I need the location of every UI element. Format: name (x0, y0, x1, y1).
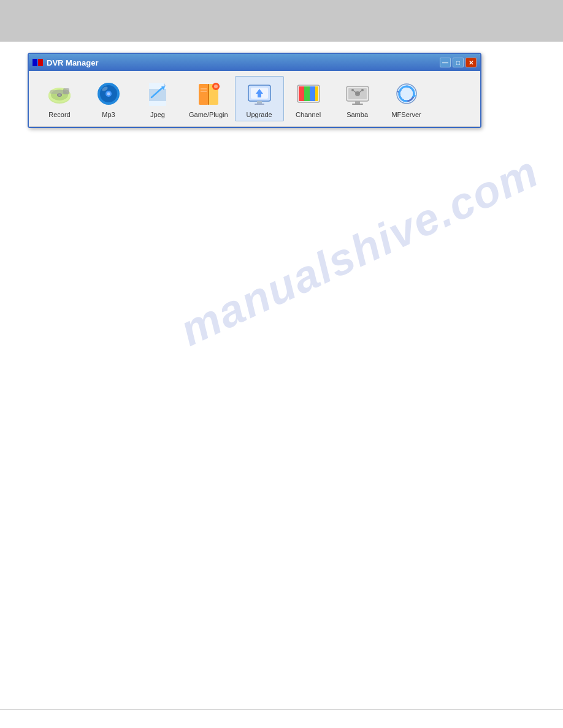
svg-rect-33 (255, 104, 264, 105)
svg-point-23 (214, 85, 218, 88)
dvr-logo-icon (33, 58, 44, 67)
svg-rect-35 (299, 86, 304, 101)
upgrade-label: Upgrade (246, 111, 272, 118)
svg-rect-32 (257, 101, 262, 104)
svg-rect-36 (304, 86, 310, 101)
toolbar-item-mp3[interactable]: Mp3 (84, 76, 133, 121)
svg-point-47 (361, 89, 364, 91)
svg-point-10 (107, 93, 110, 96)
top-bar (0, 0, 563, 42)
svg-rect-41 (355, 101, 360, 104)
svg-marker-13 (164, 83, 166, 86)
logo-red-block (38, 59, 43, 66)
content-area: DVR Manager — □ ✕ (0, 42, 563, 139)
toolbar-item-upgrade[interactable]: Upgrade (235, 76, 284, 121)
gameplugin-label: Game/Plugin (189, 111, 228, 118)
svg-point-46 (351, 89, 354, 91)
mp3-icon (94, 79, 123, 108)
svg-rect-42 (352, 104, 363, 105)
svg-rect-37 (310, 86, 315, 101)
channel-label: Channel (296, 111, 321, 118)
toolbar-item-record[interactable]: Record (35, 76, 84, 121)
maximize-button[interactable]: □ (453, 58, 464, 67)
jpeg-label: Jpeg (150, 111, 165, 118)
record-label: Record (48, 111, 70, 118)
watermark: manualshive.com (172, 146, 546, 355)
close-button[interactable]: ✕ (465, 58, 477, 67)
window-title: DVR Manager (47, 58, 99, 67)
svg-rect-14 (149, 89, 166, 101)
dvr-manager-window: DVR Manager — □ ✕ (28, 53, 481, 128)
mfserver-icon (392, 79, 421, 108)
toolbar-item-gameplugin[interactable]: Game/Plugin (182, 76, 235, 121)
samba-icon (343, 79, 372, 108)
record-icon (45, 79, 74, 108)
toolbar-item-channel[interactable]: Channel (284, 76, 333, 121)
minimize-button[interactable]: — (440, 58, 451, 67)
logo-blue-block (33, 59, 37, 66)
svg-rect-17 (199, 84, 209, 105)
channel-icon (294, 79, 323, 108)
toolbar-item-mfserver[interactable]: MFServer (382, 76, 431, 121)
title-bar-left: DVR Manager (33, 58, 99, 67)
mp3-label: Mp3 (102, 111, 115, 118)
title-bar: DVR Manager — □ ✕ (29, 54, 480, 71)
svg-rect-6 (63, 88, 69, 94)
toolbar-item-samba[interactable]: Samba (333, 76, 382, 121)
toolbar-item-jpeg[interactable]: Jpeg (133, 76, 182, 121)
gameplugin-icon (194, 79, 223, 108)
upgrade-icon (245, 79, 274, 108)
bottom-separator (0, 709, 563, 710)
jpeg-icon (143, 79, 172, 108)
svg-rect-38 (315, 86, 318, 101)
title-bar-controls: — □ ✕ (440, 58, 477, 67)
mfserver-label: MFServer (391, 111, 421, 118)
toolbar: Record Mp3 (29, 71, 480, 127)
samba-label: Samba (347, 111, 368, 118)
svg-point-4 (58, 94, 61, 96)
